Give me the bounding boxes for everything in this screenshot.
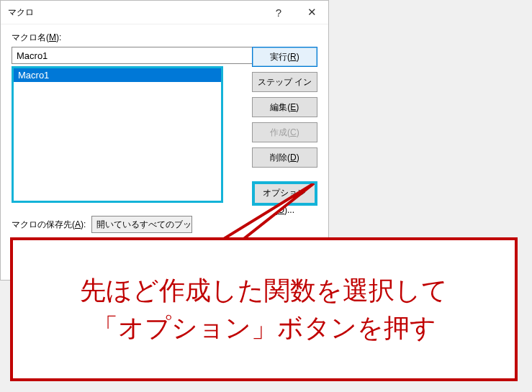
delete-button[interactable]: 削除(D) bbox=[252, 147, 317, 168]
options-button[interactable]: オプション(O)... bbox=[252, 181, 317, 206]
macro-list[interactable]: Macro1 bbox=[14, 68, 221, 201]
annotation-callout: 先ほど作成した関数を選択して 「オプション」ボタンを押す bbox=[10, 237, 518, 381]
save-in-row: マクロの保存先(A): 開いているすべてのブック bbox=[12, 216, 317, 233]
callout-line-2: 「オプション」ボタンを押す bbox=[80, 309, 448, 347]
close-icon: ✕ bbox=[307, 6, 317, 19]
callout-text: 先ほど作成した関数を選択して 「オプション」ボタンを押す bbox=[80, 272, 448, 347]
help-button[interactable]: ? bbox=[262, 1, 295, 24]
dialog-body: マクロ名(M): 🠹 Macro1 実行(R) ステップ イン(S) bbox=[1, 24, 328, 251]
mid-row: Macro1 実行(R) ステップ イン(S) 編集(E) 作成(C) 削除(D… bbox=[12, 66, 317, 206]
callout-line-1: 先ほど作成した関数を選択して bbox=[80, 272, 448, 309]
create-button: 作成(C) bbox=[252, 122, 317, 142]
titlebar: マクロ ? ✕ bbox=[1, 1, 328, 24]
button-column: 実行(R) ステップ イン(S) 編集(E) 作成(C) 削除(D) オプション… bbox=[252, 47, 317, 206]
macro-list-highlight: Macro1 bbox=[12, 66, 223, 203]
list-item[interactable]: Macro1 bbox=[14, 68, 221, 82]
save-in-label: マクロの保存先(A): bbox=[12, 219, 86, 231]
step-in-button[interactable]: ステップ イン(S) bbox=[252, 72, 317, 92]
save-in-value: 開いているすべてのブック bbox=[96, 219, 192, 231]
close-button[interactable]: ✕ bbox=[295, 1, 328, 24]
run-button[interactable]: 実行(R) bbox=[252, 47, 317, 67]
save-in-combobox[interactable]: 開いているすべてのブック bbox=[91, 216, 192, 233]
macro-name-label: マクロ名(M): bbox=[12, 32, 317, 44]
dialog-title: マクロ bbox=[8, 6, 34, 19]
edit-button[interactable]: 編集(E) bbox=[252, 97, 317, 117]
help-icon: ? bbox=[276, 6, 281, 19]
